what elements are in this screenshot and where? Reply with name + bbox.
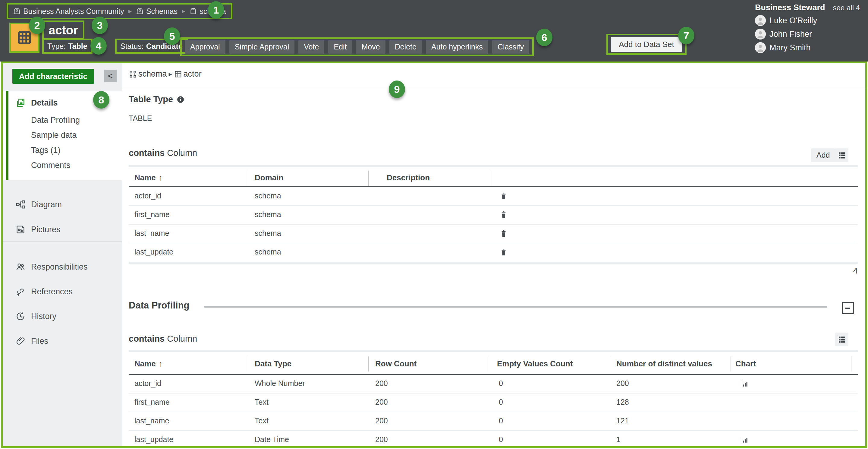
cell-name[interactable]: actor_id: [134, 379, 161, 388]
breadcrumb-label: schema: [138, 69, 167, 79]
table-grid-icon: [174, 70, 182, 79]
cell-data-type: Whole Number: [255, 379, 305, 388]
approval-button[interactable]: Approval: [185, 40, 225, 54]
relation-label: contains: [129, 148, 164, 158]
add-characteristic-button[interactable]: Add characteristic: [12, 69, 94, 84]
add-relation-button[interactable]: Add: [811, 148, 835, 162]
column-header-distinct-values[interactable]: Number of distinct values: [616, 359, 712, 368]
row-count: 4: [812, 266, 858, 276]
cell-distinct-values: 121: [616, 416, 629, 425]
sidebar-item-files[interactable]: Files: [3, 334, 122, 348]
column-header-domain[interactable]: Domain: [255, 173, 283, 182]
sidebar-item-references[interactable]: References: [3, 285, 122, 298]
sidebar-item-label: Data Profiling: [31, 116, 80, 125]
column-header-description[interactable]: Description: [387, 173, 430, 182]
add-to-dataset-button[interactable]: Add to Data Set: [611, 37, 682, 52]
classify-button[interactable]: Classify: [492, 40, 530, 54]
cell-name[interactable]: last_update: [134, 247, 173, 256]
sidebar-item-comments[interactable]: Comments: [3, 159, 122, 172]
sidebar-item-diagram[interactable]: Diagram: [3, 198, 122, 211]
see-all-link[interactable]: see all 4: [833, 4, 860, 12]
content-breadcrumb: schema ▸ actor: [129, 69, 202, 79]
breadcrumb-label: Business Analysts Community: [23, 7, 124, 16]
delete-row-button[interactable]: [499, 229, 508, 238]
diagram-icon: [16, 199, 26, 210]
sidebar-item-label: Responsibilities: [31, 262, 88, 272]
cell-name[interactable]: actor_id: [134, 191, 161, 200]
move-button[interactable]: Move: [356, 40, 385, 54]
chevron-right-icon: ▸: [128, 7, 132, 15]
steward-user[interactable]: John Fisher: [755, 29, 860, 39]
table-view-toggle-button[interactable]: [835, 333, 848, 346]
grid-icon: [838, 151, 846, 159]
column-separator: [731, 356, 731, 371]
steward-user[interactable]: Mary Smith: [755, 42, 860, 53]
breadcrumb-schema-link[interactable]: schema: [129, 69, 167, 79]
table-type-value: TABLE: [129, 114, 152, 123]
annotation-5: 5: [164, 27, 180, 45]
relation-type-label: Column: [167, 334, 197, 343]
column-header-data-type[interactable]: Data Type: [255, 359, 291, 368]
sidebar-item-label: Tags (1): [31, 146, 61, 155]
collapse-section-button[interactable]: [842, 302, 854, 314]
delete-row-button[interactable]: [499, 191, 508, 201]
add-to-dataset-wrap: Add to Data Set: [607, 34, 687, 55]
sidebar-item-tags[interactable]: Tags (1): [3, 144, 122, 157]
steward-user[interactable]: Luke O'Reilly: [755, 15, 860, 26]
simple-approval-button[interactable]: Simple Approval: [229, 40, 295, 54]
sidebar-item-history[interactable]: History: [3, 310, 122, 323]
table-row: last_name Text 200 0 121: [129, 412, 858, 431]
sidebar-item-responsibilities[interactable]: Responsibilities: [3, 260, 122, 273]
column-chart-button[interactable]: [741, 435, 749, 444]
annotation-4: 4: [90, 37, 107, 55]
breadcrumb-schemas-link[interactable]: Schemas: [136, 7, 178, 16]
cell-domain: schema: [255, 247, 281, 256]
sidebar-collapse-button[interactable]: <: [104, 70, 117, 82]
delete-button[interactable]: Delete: [390, 40, 422, 54]
auto-hyperlinks-button[interactable]: Auto hyperlinks: [426, 40, 488, 54]
column-header-row-count[interactable]: Row Count: [375, 359, 416, 368]
column-separator: [248, 171, 248, 186]
cell-domain: schema: [255, 229, 281, 238]
sidebar-item-data-profiling[interactable]: Data Profiling: [3, 113, 122, 127]
column-header-name[interactable]: Name ↑: [134, 173, 163, 182]
breadcrumb-community-link[interactable]: Business Analysts Community: [13, 7, 124, 16]
sidebar-item-sample-data[interactable]: Sample data: [3, 128, 122, 142]
edit-button[interactable]: Edit: [328, 40, 352, 54]
asset-type: Type: Table: [42, 39, 93, 54]
info-icon[interactable]: [177, 96, 184, 103]
history-clock-icon: [16, 311, 26, 322]
sidebar-item-pictures[interactable]: Pictures: [3, 223, 122, 236]
column-header-chart[interactable]: Chart: [735, 359, 756, 368]
table-view-toggle-button[interactable]: [835, 148, 848, 162]
column-separator: [610, 356, 610, 371]
table-row: last_update Date Time 200 0 1: [129, 431, 858, 449]
bar-chart-icon: [741, 380, 748, 388]
column-separator: [248, 356, 248, 371]
table-row: last_update schema: [129, 243, 858, 262]
cell-name[interactable]: last_name: [134, 229, 169, 238]
steward-name: Mary Smith: [770, 43, 811, 53]
annotation-2: 2: [29, 17, 45, 34]
column-chart-button[interactable]: [741, 379, 749, 388]
table-type-heading: Table Type: [129, 94, 184, 104]
asset-title-text: actor: [49, 24, 78, 37]
delete-row-button[interactable]: [499, 210, 508, 219]
sidebar-item-label: Sample data: [31, 130, 77, 140]
breadcrumb-label: actor: [184, 69, 202, 79]
breadcrumb-actor-link[interactable]: actor: [174, 69, 202, 79]
cell-name[interactable]: first_name: [134, 398, 170, 407]
cell-name[interactable]: last_update: [134, 435, 173, 444]
delete-row-button[interactable]: [499, 247, 508, 257]
sidebar-item-label: Pictures: [31, 225, 61, 234]
cell-name[interactable]: last_name: [134, 416, 169, 425]
schema-icon: [129, 70, 137, 79]
sidebar-item-label: Files: [31, 336, 48, 346]
cell-name[interactable]: first_name: [134, 210, 170, 219]
column-header-empty-values[interactable]: Empty Values Count: [497, 359, 572, 368]
contains-column-heading: contains Column: [129, 148, 197, 158]
trash-icon: [499, 210, 508, 219]
vote-button[interactable]: Vote: [299, 40, 324, 54]
steward-role-label: Business Steward: [755, 3, 825, 12]
column-header-name[interactable]: Name ↑: [134, 359, 163, 368]
